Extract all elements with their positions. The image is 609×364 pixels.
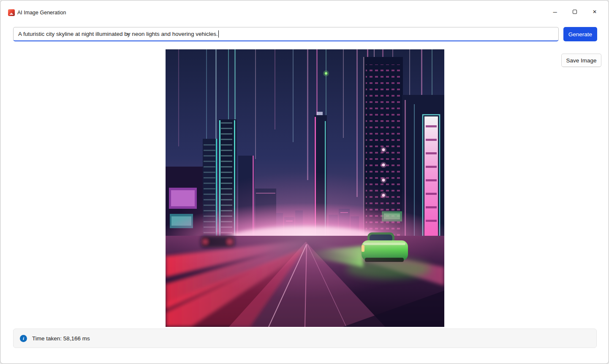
close-icon: ✕ xyxy=(593,9,597,15)
generated-image xyxy=(166,49,444,327)
prompt-input[interactable]: A futuristic city skyline at night illum… xyxy=(13,27,559,41)
window-title: AI Image Generation xyxy=(17,10,66,16)
clear-prompt-button[interactable]: ✕ xyxy=(124,30,132,39)
minimize-button[interactable]: ─ xyxy=(545,5,565,19)
minimize-icon: ─ xyxy=(553,9,557,15)
titlebar[interactable]: AI Image Generation ─ ✕ xyxy=(0,0,609,24)
text-caret xyxy=(218,30,219,38)
maximize-icon xyxy=(573,10,577,14)
save-image-button[interactable]: Save Image xyxy=(561,54,601,67)
maximize-button[interactable] xyxy=(565,5,585,19)
close-button[interactable]: ✕ xyxy=(585,5,604,19)
app-window: AI Image Generation ─ ✕ A futuristic cit… xyxy=(0,0,609,364)
prompt-text: A futuristic city skyline at night illum… xyxy=(18,31,218,37)
time-taken-text: Time taken: 58,166 ms xyxy=(32,335,90,342)
generate-button[interactable]: Generate xyxy=(563,27,597,41)
info-bar: i Time taken: 58,166 ms xyxy=(13,329,597,348)
app-icon xyxy=(8,9,15,16)
clear-icon: ✕ xyxy=(126,32,130,38)
info-icon: i xyxy=(20,335,27,342)
